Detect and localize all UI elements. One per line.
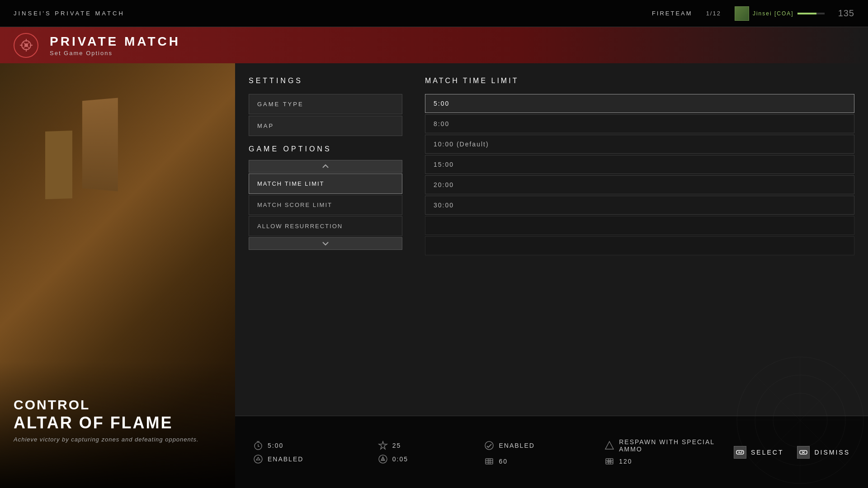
status-respawn: RESPAWN WITH SPECIAL AMMO <box>604 438 716 453</box>
status-time2: 0:05 <box>378 454 485 464</box>
time-option-0[interactable]: 5:00 <box>425 94 854 113</box>
score-value: 25 <box>392 442 401 449</box>
status-ammo1: 60 <box>484 456 595 466</box>
corner-decoration <box>732 352 868 488</box>
top-bar: Jinsei's PRIVATE MATCH FIRETEAM 1/12 Jin… <box>0 0 868 27</box>
status-right: ENABLED RESPAWN WITH SPECIAL AMMO 60 <box>484 438 715 466</box>
page-title: PRIVATE MATCH <box>50 34 180 49</box>
time-option-2[interactable]: 10:00 (Default) <box>425 135 854 154</box>
top-bar-right: FIRETEAM 1/12 Jinsei [COA] 135 <box>652 6 854 21</box>
resurrection-icon <box>253 454 263 464</box>
svg-rect-23 <box>486 459 493 464</box>
status-score: 25 <box>378 441 485 450</box>
ammo2-icon <box>604 456 614 466</box>
chevron-down-icon <box>322 241 329 246</box>
header-text: PRIVATE MATCH Set Game Options <box>50 34 180 56</box>
map-description: Achieve victory by capturing zones and d… <box>14 436 226 443</box>
ammo1-icon <box>484 456 494 466</box>
scroll-down-button[interactable] <box>249 237 402 250</box>
timer-icon <box>253 441 263 450</box>
match-time-limit-option[interactable]: MATCH TIME LIMIT <box>249 174 402 194</box>
time-option-empty-1 <box>425 216 854 235</box>
svg-marker-17 <box>379 441 387 449</box>
game-mode: CONTROL <box>14 397 226 413</box>
ammo2-value: 120 <box>619 458 632 465</box>
game-type-row[interactable]: GAME TYPE <box>249 94 402 114</box>
status-ammo2: 120 <box>604 456 716 466</box>
resurrection-value: ENABLED <box>268 455 303 463</box>
time-option-1[interactable]: 8:00 <box>425 114 854 133</box>
svg-point-20 <box>382 458 384 460</box>
time-option-empty-2 <box>425 236 854 255</box>
header-icon <box>14 33 38 58</box>
score-icon <box>378 441 388 450</box>
scroll-up-button[interactable] <box>249 160 402 173</box>
svg-marker-22 <box>605 441 613 449</box>
time2-icon <box>378 454 388 464</box>
settings-title: SETTINGS <box>249 77 402 85</box>
timer-value: 5:00 <box>268 442 283 449</box>
enabled-value: ENABLED <box>499 442 534 449</box>
left-panel: CONTROL ALTAR OF FLAME Achieve victory b… <box>0 63 235 488</box>
fireteam-count: 1/12 <box>706 10 721 17</box>
game-options-title: GAME OPTIONS <box>249 145 402 153</box>
map-info: CONTROL ALTAR OF FLAME Achieve victory b… <box>14 397 226 443</box>
player-name: Jinsei [COA] <box>753 10 794 17</box>
crosshair-icon <box>19 38 33 52</box>
player-info: Jinsei [COA] <box>735 6 825 21</box>
match-title: Jinsei's PRIVATE MATCH <box>14 10 125 17</box>
ammo1-value: 60 <box>499 458 508 465</box>
chevron-up-icon <box>322 164 329 169</box>
level-bar-fill <box>797 13 816 14</box>
page-subtitle: Set Game Options <box>50 50 180 56</box>
time2-value: 0:05 <box>392 455 408 463</box>
map-light-beams <box>0 63 136 131</box>
map-row[interactable]: MAP <box>249 116 402 136</box>
map-shape-2 <box>45 131 72 199</box>
svg-point-18 <box>254 455 262 463</box>
player-avatar <box>735 6 749 21</box>
level-indicator: 135 <box>838 8 854 19</box>
svg-point-21 <box>485 441 493 450</box>
respawn-value: RESPAWN WITH SPECIAL AMMO <box>619 438 716 453</box>
status-resurrection: ENABLED <box>253 454 360 464</box>
match-score-limit-option[interactable]: MATCH SCORE LIMIT <box>249 195 402 215</box>
time-option-3[interactable]: 15:00 <box>425 155 854 174</box>
options-title: MATCH TIME LIMIT <box>425 77 854 85</box>
header-banner: PRIVATE MATCH Set Game Options <box>0 27 868 63</box>
respawn-icon <box>604 441 614 450</box>
time-option-4[interactable]: 20:00 <box>425 175 854 194</box>
status-left: 5:00 25 ENABLED 0:05 <box>253 441 484 464</box>
status-timer: 5:00 <box>253 441 360 450</box>
fireteam-label: FIRETEAM <box>652 10 693 17</box>
status-enabled: ENABLED <box>484 438 595 453</box>
map-name: ALTAR OF FLAME <box>14 413 226 432</box>
level-bar <box>797 13 825 14</box>
allow-resurrection-option[interactable]: ALLOW RESURRECTION <box>249 216 402 236</box>
time-option-5[interactable]: 30:00 <box>425 196 854 215</box>
enabled-icon <box>484 441 494 450</box>
